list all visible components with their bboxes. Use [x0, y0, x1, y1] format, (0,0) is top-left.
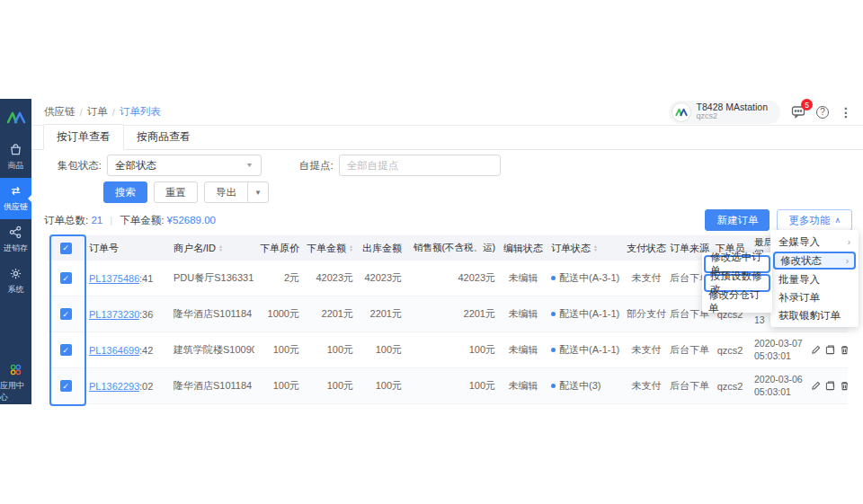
op-time-cell: 2020-03-06 05:03:01: [749, 368, 812, 403]
more-functions-button[interactable]: 更多功能 ∧: [777, 209, 852, 231]
row-checkbox[interactable]: ✓: [60, 308, 72, 320]
row-checkbox[interactable]: ✓: [60, 272, 72, 284]
orig-price-cell: 1000元: [254, 296, 305, 332]
sidebar-item-label: 商品: [8, 160, 24, 172]
order-status-cell: 配送中(A-1-1): [546, 296, 625, 332]
menu-item-full-import[interactable]: 全媒导入›: [770, 233, 859, 251]
bag-icon: [9, 143, 22, 158]
export-button[interactable]: 导出: [204, 181, 248, 203]
order-amount-cell: 100元: [305, 332, 359, 367]
kebab-menu-icon: ⋮: [840, 105, 852, 119]
select-all-checkbox[interactable]: ✓: [60, 243, 72, 254]
row-actions-cell: [812, 332, 848, 367]
pay-status-cell: 未支付: [625, 332, 668, 367]
tab-by-order[interactable]: 按订单查看: [43, 124, 124, 150]
help-button[interactable]: ?: [816, 106, 829, 119]
order-link[interactable]: PL13732306: [89, 309, 139, 320]
search-button[interactable]: 搜索: [103, 181, 147, 203]
delete-icon[interactable]: [840, 381, 849, 391]
tab-by-product[interactable]: 按商品查看: [124, 125, 203, 149]
status-dot: [551, 312, 556, 316]
sidebar-item-products[interactable]: 商品: [0, 137, 31, 178]
chevron-up-icon: ∧: [834, 216, 841, 225]
edit-icon[interactable]: [812, 381, 821, 391]
logo-waves-icon: [6, 111, 26, 124]
delete-icon[interactable]: [840, 345, 849, 355]
col-orig-price: 下单原价: [254, 235, 305, 261]
package-status-label: 集包状态:: [44, 159, 102, 172]
time-fragment: :42: [139, 332, 168, 367]
user-subname: qzcs2: [697, 112, 768, 121]
order-amount-cell: 2201元: [305, 296, 359, 332]
edit-icon[interactable]: [812, 345, 821, 355]
breadcrumb-order-list[interactable]: 订单列表: [120, 105, 161, 119]
reset-button[interactable]: 重置: [154, 181, 198, 203]
filter-buttons: 搜索 重置 导出 ▼: [103, 181, 863, 203]
edit-status-cell: 未编辑: [501, 261, 546, 296]
col-merchant: 商户名/ID▲▼: [168, 235, 254, 261]
order-status-cell: 配送中(A-1-1): [546, 332, 625, 367]
screenshot-canvas: 商品 供应链 进销存 系统: [0, 0, 863, 504]
submenu-arrow-icon: ›: [848, 237, 850, 247]
sidebar-item-system[interactable]: 系统: [0, 261, 31, 302]
menu-item-fetch-pospal-orders[interactable]: 获取银豹订单: [770, 306, 859, 324]
notification-badge: 5: [801, 99, 813, 111]
submenu-item-modify-split-orders[interactable]: 修改分仓订单: [702, 293, 772, 311]
sidebar-item-inventory[interactable]: 进销存: [0, 219, 31, 261]
order-link[interactable]: PL13754860: [89, 273, 139, 284]
stats-row: 订单总数: 21 | 下单金额: ¥52689.00 新建订单 更多功能 ∧: [44, 209, 863, 231]
messages-button[interactable]: 5: [791, 105, 805, 119]
package-status-select[interactable]: 全部状态 ▼: [107, 155, 262, 176]
source-cell: 后台下单: [668, 332, 711, 367]
export-caret-button[interactable]: ▼: [248, 181, 269, 203]
out-amount-cell: 100元: [359, 368, 407, 403]
table-row: ✓ PL13646991 :42 建筑学院楼S100901 100元 100元 …: [48, 332, 848, 368]
order-link[interactable]: PL13646991: [89, 345, 139, 356]
orig-price-cell: 100元: [254, 332, 305, 367]
new-order-button[interactable]: 新建订单: [705, 209, 770, 231]
time-fragment: :36: [139, 296, 168, 332]
chevron-down-icon: ▼: [245, 162, 254, 169]
breadcrumb-separator: /: [112, 107, 115, 118]
sales-cell: 2201元: [407, 296, 501, 332]
more-options-button[interactable]: ⋮: [840, 105, 852, 119]
sales-cell: 42023元: [407, 261, 501, 296]
sort-icon[interactable]: ▲▼: [218, 244, 223, 252]
breadcrumb-supply-chain[interactable]: 供应链: [44, 105, 76, 119]
row-checkbox[interactable]: ✓: [60, 380, 72, 392]
col-order-status: 订单状态▲▼: [546, 235, 625, 261]
app-logo: [0, 99, 31, 137]
col-order-no: 订单号: [84, 235, 139, 261]
edit-status-cell: 未编辑: [501, 368, 546, 403]
submenu-arrow-icon: ›: [846, 256, 849, 266]
order-link[interactable]: PL13622936: [89, 381, 139, 392]
col-edit-status: 编辑状态: [501, 235, 546, 261]
pickup-point-input[interactable]: [339, 155, 501, 176]
table-actions: 新建订单 更多功能 ∧: [705, 209, 852, 231]
row-checkbox[interactable]: ✓: [60, 344, 72, 356]
sort-icon[interactable]: ▲▼: [349, 244, 353, 252]
operator-cell: qzcs2: [711, 332, 749, 367]
sales-cell: 100元: [407, 368, 501, 403]
swap-icon: [9, 184, 22, 199]
sort-icon[interactable]: ▲▼: [593, 244, 598, 252]
sidebar-item-app-center[interactable]: 应用中心: [0, 361, 31, 404]
menu-item-modify-status[interactable]: 修改状态›: [773, 252, 856, 270]
apps-icon: [9, 363, 22, 378]
out-amount-cell: 2201元: [359, 296, 407, 332]
time-fragment: :02: [139, 368, 168, 403]
filter-row: 集包状态: 全部状态 ▼ 自提点:: [44, 155, 863, 176]
pickup-point-label: 自提点:: [299, 159, 334, 172]
breadcrumb-orders[interactable]: 订单: [87, 105, 108, 119]
sidebar-item-supply-chain[interactable]: 供应链: [0, 178, 31, 219]
copy-icon[interactable]: [825, 381, 835, 391]
pay-status-cell: 未支付: [625, 368, 668, 403]
menu-item-batch-import[interactable]: 批量导入: [770, 270, 859, 288]
avatar: [672, 102, 691, 122]
copy-icon[interactable]: [825, 345, 835, 355]
status-dot: [551, 276, 556, 280]
menu-item-supplementary-order[interactable]: 补录订单: [770, 288, 859, 306]
user-chip[interactable]: T8428 MAstation qzcs2: [669, 101, 780, 124]
sidebar-item-label: 应用中心: [0, 380, 31, 403]
time-fragment: :41: [139, 261, 168, 296]
